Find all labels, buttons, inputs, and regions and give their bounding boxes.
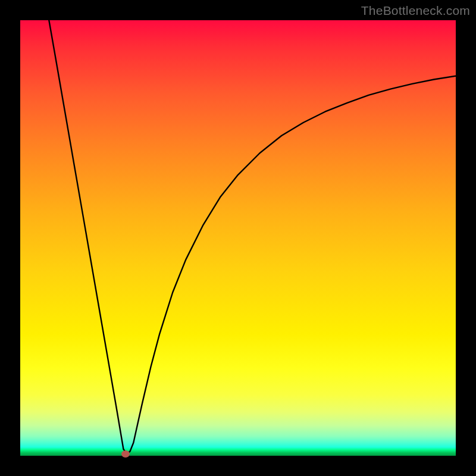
watermark-text: TheBottleneck.com [361, 4, 470, 18]
optimal-point-marker [121, 450, 130, 458]
bottleneck-curve [20, 20, 456, 456]
chart-container: TheBottleneck.com [0, 0, 476, 476]
plot-area [20, 20, 456, 456]
